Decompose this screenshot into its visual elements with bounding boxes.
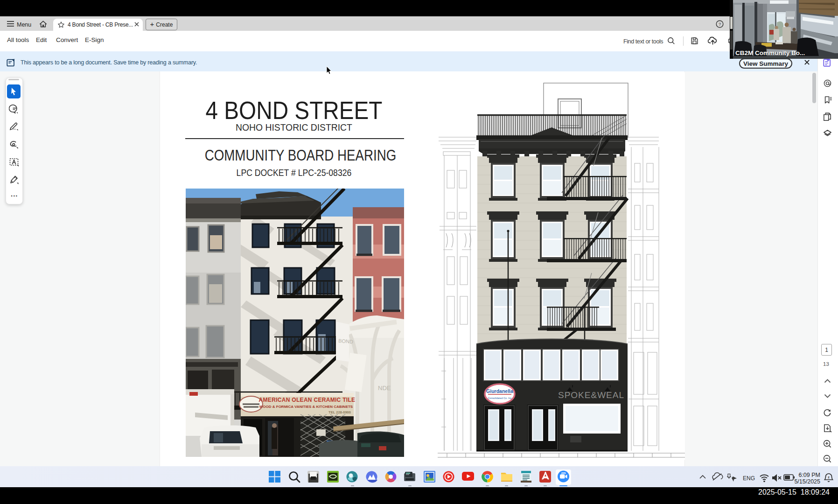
svg-text:6:09 PM: 6:09 PM <box>798 472 820 478</box>
svg-text:TEL 228-0900: TEL 228-0900 <box>328 410 351 414</box>
svg-text:AMERICAN OLEAN CERAMIC TILE: AMERICAN OLEAN CERAMIC TILE <box>259 397 356 403</box>
svg-text:z: z <box>828 476 830 479</box>
svg-text:Giurdanella: Giurdanella <box>486 388 513 394</box>
svg-text:BOND: BOND <box>338 338 354 344</box>
svg-text:5/15/2025: 5/15/2025 <box>794 478 820 485</box>
svg-text:Consolidated Co. Inc: Consolidated Co. Inc <box>488 397 511 399</box>
svg-text:zm: zm <box>561 471 566 475</box>
svg-text:NDE: NDE <box>378 385 391 392</box>
svg-text:ENG: ENG <box>743 475 755 482</box>
svg-text:SPOKE&WEAL: SPOKE&WEAL <box>558 390 624 400</box>
svg-text:WOOD & FORMICA VANITIES & KITC: WOOD & FORMICA VANITIES & KITCHEN CABINE… <box>259 405 353 409</box>
svg-text:?: ? <box>719 22 721 27</box>
